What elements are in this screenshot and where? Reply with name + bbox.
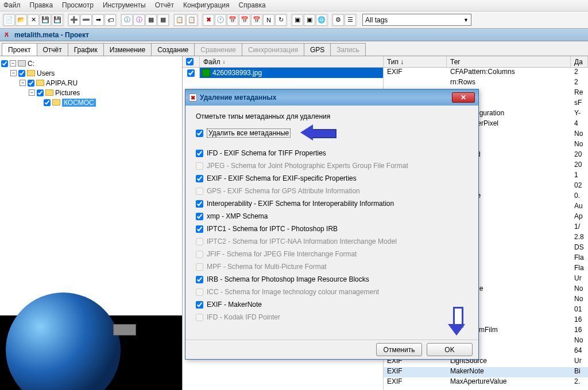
tree-check-apipa[interactable] xyxy=(28,80,34,87)
tb-close[interactable]: ✕ xyxy=(28,14,39,26)
tb-remove[interactable]: ➖ xyxy=(80,14,92,26)
menu-просмотр[interactable]: Просмотр xyxy=(62,1,94,10)
cancel-button[interactable]: Отменить xyxy=(376,343,422,356)
tb-gear[interactable]: ⚙ xyxy=(332,14,344,26)
exif-header-type[interactable]: Тип↓ xyxy=(384,56,447,67)
select-all-files[interactable] xyxy=(186,58,194,65)
tb-save[interactable]: 💾 xyxy=(40,14,51,26)
tree-node-kosmos[interactable]: КОСМОС xyxy=(62,99,96,107)
tree-node-root[interactable]: C: xyxy=(28,60,34,68)
tb-grid1[interactable]: ▦ xyxy=(145,14,157,26)
close-button[interactable]: ✕ xyxy=(452,92,475,103)
schema-label: IPTC2 - Schema for IPTC-NAA Information … xyxy=(207,237,397,245)
exif-header-data[interactable]: Да xyxy=(571,56,588,67)
tb-paste[interactable]: 📋 xyxy=(186,14,198,26)
schema-label: MPF - Schema for Multi-Picture Format xyxy=(207,263,327,271)
menu-справка[interactable]: Справка xyxy=(239,1,266,10)
chevron-down-icon: ▼ xyxy=(463,17,469,23)
tb-new[interactable]: 📄 xyxy=(3,14,15,26)
tab-изменение[interactable]: Изменение xyxy=(103,43,152,56)
folder-icon xyxy=(27,70,35,76)
schema-label: EXIF - MakerNote xyxy=(207,301,262,309)
exif-row[interactable]: EXIFMakerNoteBi xyxy=(384,367,588,377)
tree-node-pictures[interactable]: Pictures xyxy=(55,89,80,97)
dialog-title: Удаление метаданных xyxy=(200,93,276,102)
schema-checkbox[interactable] xyxy=(196,200,203,208)
schema-checkbox[interactable] xyxy=(196,225,203,233)
schema-checkbox xyxy=(196,251,203,258)
file-row-check[interactable] xyxy=(187,69,195,77)
file-column-header[interactable]: Файл xyxy=(203,58,220,66)
schema-checkbox xyxy=(196,314,203,321)
schema-checkbox[interactable] xyxy=(196,276,203,283)
tb-n[interactable]: N xyxy=(263,14,274,26)
tb-win2[interactable]: ▣ xyxy=(304,14,315,26)
tag-filter-dropdown[interactable]: All tags▼ xyxy=(362,14,471,26)
menu-конфигурация[interactable]: Конфигурация xyxy=(183,1,230,10)
file-row-selected[interactable]: 4260938993.jpg xyxy=(200,68,383,78)
tree-check-users[interactable] xyxy=(18,70,25,77)
folder-tree[interactable]: −C: −Users −APIPA.RU −Pictures КОСМОС xyxy=(0,56,182,315)
schema-label: IRB - Schema for Photoshop Image Resourc… xyxy=(207,275,369,283)
tb-cal1[interactable]: 📅 xyxy=(227,14,238,26)
tb-grid2[interactable]: ▦ xyxy=(157,14,169,26)
tb-rename[interactable]: 🏷 xyxy=(105,14,116,26)
tb-export[interactable]: ➡ xyxy=(92,14,104,26)
tb-win1[interactable]: ▣ xyxy=(292,14,303,26)
schema-label: IFD - EXIF Schema for TIFF Properties xyxy=(207,149,326,157)
tb-opts[interactable]: ☰ xyxy=(345,14,356,26)
tree-node-apipa[interactable]: APIPA.RU xyxy=(46,79,78,87)
tree-check-root[interactable] xyxy=(1,60,8,67)
menu-файл[interactable]: Файл xyxy=(3,1,21,10)
document-title: metalith.meta - Проект xyxy=(14,31,89,39)
tree-check-kosmos[interactable] xyxy=(44,99,51,106)
exif-row[interactable]: EXIFCFAPattern:Columns2 xyxy=(384,68,588,78)
schema-label: GPS - EXIF Schema for GPS Attribute Info… xyxy=(207,187,360,195)
tab-gps[interactable]: GPS xyxy=(304,43,331,56)
tb-help[interactable]: ⓘ xyxy=(133,14,145,26)
menu-правка[interactable]: Правка xyxy=(30,1,53,10)
ok-button[interactable]: OK xyxy=(427,343,473,356)
schema-label: Interoperability - EXIF Schema for Inter… xyxy=(207,200,394,208)
schema-label: IFD - Kodak IFD Pointer xyxy=(207,313,280,321)
menu-инструменты[interactable]: Инструменты xyxy=(103,1,146,10)
folder-icon xyxy=(52,99,60,106)
tree-check-pictures[interactable] xyxy=(37,89,44,96)
app-logo-icon: గ xyxy=(3,30,11,40)
menu-отчёт[interactable]: Отчёт xyxy=(155,1,174,10)
file-name: 4260938993.jpg xyxy=(212,69,262,77)
annotation-arrow-left xyxy=(300,126,336,139)
schema-checkbox[interactable] xyxy=(196,175,203,182)
schema-label: ICC - Schema for Image technology colour… xyxy=(207,288,379,296)
delete-all-label: Удалить все метаданные xyxy=(207,128,291,138)
tb-open[interactable]: 📂 xyxy=(16,14,27,26)
tb-add[interactable]: ➕ xyxy=(68,14,80,26)
tb-saveall[interactable]: 💾 xyxy=(52,14,63,26)
tab-создание[interactable]: Создание xyxy=(151,43,195,56)
tb-cal2[interactable]: 📅 xyxy=(239,14,250,26)
tab-сравнение: Сравнение xyxy=(194,43,242,56)
tb-clock[interactable]: 🕐 xyxy=(215,14,226,26)
exif-row[interactable]: rn:Rows2 xyxy=(384,78,588,88)
schema-checkbox xyxy=(196,188,203,195)
dialog-titlebar[interactable]: ✖ Удаление метаданных ✕ xyxy=(185,89,478,106)
tb-del[interactable]: ✖ xyxy=(203,14,214,26)
schema-checkbox[interactable] xyxy=(196,150,203,157)
exif-header-tag[interactable]: Тег xyxy=(447,56,571,67)
tb-globe[interactable]: 🌐 xyxy=(316,14,327,26)
drive-icon xyxy=(18,60,26,67)
tb-copy[interactable]: 📋 xyxy=(174,14,185,26)
delete-all-checkbox[interactable] xyxy=(196,130,203,137)
document-title-bar: గ metalith.meta - Проект xyxy=(0,29,588,41)
schema-checkbox[interactable] xyxy=(196,301,203,309)
exif-row[interactable]: EXIFMaxApertureValue2. xyxy=(384,377,588,388)
tab-отчёт[interactable]: Отчёт xyxy=(37,43,68,56)
tree-node-users[interactable]: Users xyxy=(37,69,55,77)
tab-проект[interactable]: Проект xyxy=(2,43,37,56)
schema-checkbox[interactable] xyxy=(196,213,203,220)
tab-запись: Запись xyxy=(330,43,365,56)
tb-cal3[interactable]: 📅 xyxy=(251,14,262,26)
tb-info[interactable]: ⓘ xyxy=(121,14,133,26)
tb-refresh[interactable]: ↻ xyxy=(275,14,287,26)
tab-график[interactable]: График xyxy=(68,43,104,56)
